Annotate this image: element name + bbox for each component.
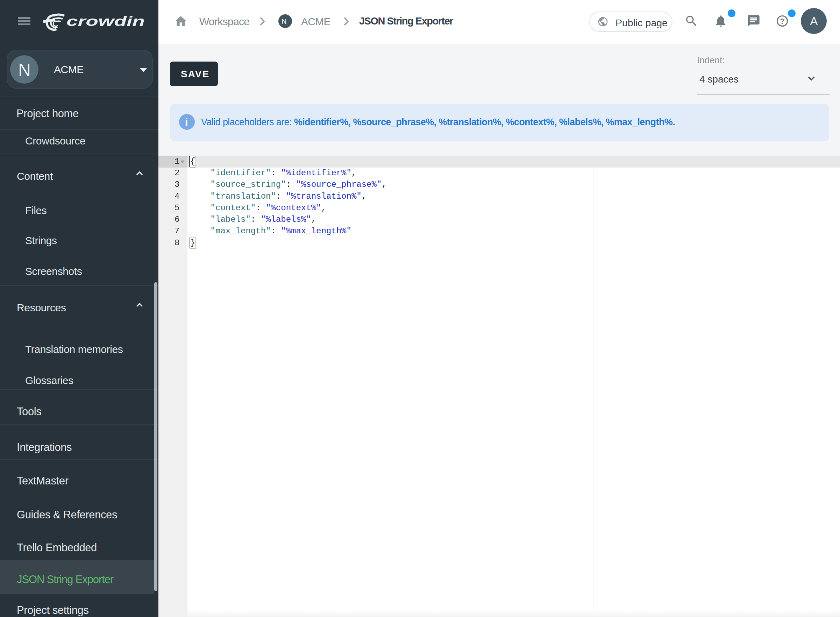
svg-text:crowdin: crowdin	[66, 13, 145, 29]
svg-text:?: ?	[780, 17, 784, 25]
